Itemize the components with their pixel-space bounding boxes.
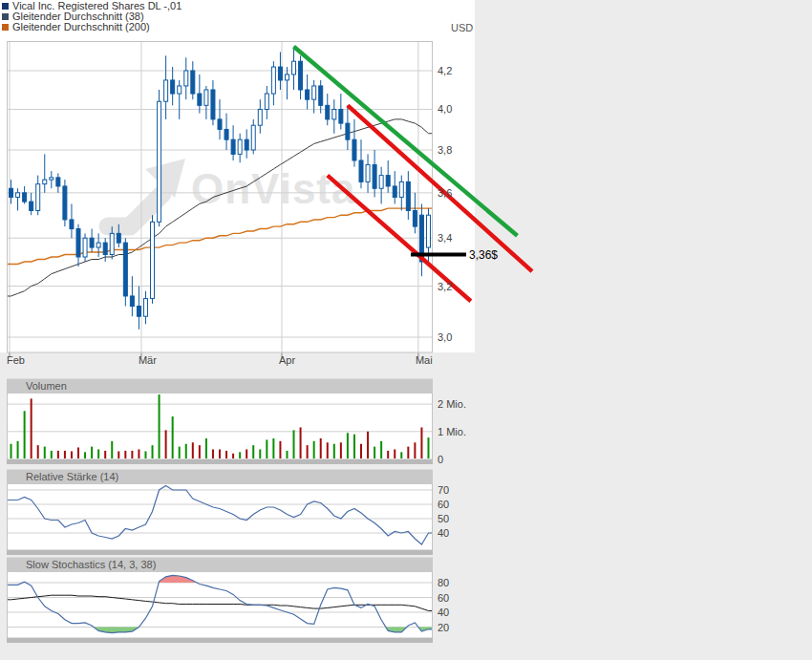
candlestick <box>23 193 27 202</box>
candlestick <box>271 67 275 94</box>
candlestick <box>123 243 127 296</box>
price-tick-label: 3,4 <box>438 232 452 244</box>
candlestick <box>171 80 175 94</box>
candlestick <box>90 238 94 247</box>
last-price-label: 3,36$ <box>469 248 498 262</box>
candlestick <box>30 202 33 210</box>
rsi-tick-label: 70 <box>438 484 449 496</box>
stoch-tick-label: 20 <box>438 622 449 633</box>
candlestick <box>16 193 20 198</box>
rsi-plot-area <box>8 483 433 551</box>
candlestick <box>306 90 310 99</box>
candlestick <box>191 71 195 94</box>
price-tick-label: 4,2 <box>438 65 452 76</box>
candlestick <box>312 86 316 99</box>
price-tick-label: 3,2 <box>438 281 452 292</box>
candlestick <box>36 184 40 211</box>
candlestick <box>103 243 107 254</box>
volume-panel-strip <box>7 459 433 464</box>
candlestick <box>224 129 228 139</box>
rsi-tick-label: 40 <box>438 527 449 539</box>
candlestick <box>251 125 255 150</box>
candlestick <box>130 296 134 307</box>
month-label: Mär <box>139 354 157 366</box>
candlestick <box>292 61 296 75</box>
candlestick <box>379 176 383 189</box>
candlestick <box>218 119 222 130</box>
candlestick <box>96 243 100 247</box>
candlestick <box>56 178 60 186</box>
volume-panel-header: Volumen <box>7 378 433 394</box>
candlestick <box>151 222 155 298</box>
rsi-panel-strip <box>7 550 433 555</box>
candlestick <box>258 109 262 125</box>
candlestick <box>137 307 140 317</box>
candlestick <box>158 101 161 222</box>
price-tick-label: 3,6 <box>438 187 452 199</box>
candlestick <box>110 233 114 254</box>
candlestick <box>117 233 120 243</box>
candlestick <box>231 139 235 154</box>
rsi-panel-title: Relative Stärke (14) <box>7 470 433 484</box>
candlestick <box>413 210 417 226</box>
watermark-text: OnVista <box>191 165 355 212</box>
candlestick <box>426 215 430 247</box>
volume-tick-label: 0 <box>438 454 443 465</box>
candlestick <box>211 90 215 119</box>
price-tick-label: 3,8 <box>438 144 452 156</box>
candlestick <box>63 186 67 220</box>
candlestick <box>245 139 248 150</box>
rsi-tick-label: 60 <box>438 499 449 510</box>
onvista-chart-page: Vical Inc. Registered Shares DL -,01Glei… <box>0 0 812 660</box>
stoch-panel-strip <box>7 638 433 643</box>
stoch-tick-label: 40 <box>438 607 449 618</box>
stoch-tick-label: 80 <box>438 577 449 588</box>
volume-tick-label: 2 Mio. <box>438 398 466 410</box>
candlestick <box>339 109 343 123</box>
candlestick <box>399 181 403 197</box>
month-label: Mai <box>416 354 433 366</box>
candlestick <box>265 94 268 109</box>
candlestick <box>278 67 282 80</box>
candlestick <box>299 61 303 90</box>
candlestick <box>238 139 242 154</box>
stoch-panel-header: Slow Stochastics (14, 3, 38) <box>7 557 433 572</box>
candlestick <box>373 164 376 188</box>
candlestick <box>43 180 47 184</box>
candlestick <box>285 75 288 80</box>
price-tick-label: 4,0 <box>438 103 452 115</box>
stoch-panel-title: Slow Stochastics (14, 3, 38) <box>7 558 433 572</box>
rsi-tick-label: 50 <box>438 513 449 524</box>
candlestick <box>184 71 188 86</box>
candlestick <box>393 186 396 198</box>
price-tick-label: 3,0 <box>438 331 452 343</box>
candlestick <box>83 238 87 257</box>
candlestick <box>143 299 147 317</box>
month-label: Feb <box>7 354 25 366</box>
candlestick <box>326 105 330 119</box>
month-label: Apr <box>279 354 295 366</box>
candlestick <box>406 181 410 210</box>
candlestick <box>204 90 208 105</box>
candlestick <box>198 94 202 105</box>
candlestick <box>319 86 323 105</box>
volume-panel-title: Volumen <box>7 379 433 394</box>
candlestick <box>70 220 74 229</box>
candlestick <box>164 80 168 101</box>
candlestick <box>366 164 370 181</box>
candlestick <box>346 123 350 139</box>
candlestick <box>359 160 363 181</box>
volume-tick-label: 1 Mio. <box>438 426 466 437</box>
candlestick <box>332 109 336 118</box>
candlestick <box>76 229 80 257</box>
candlestick <box>353 139 356 160</box>
rsi-panel-header: Relative Stärke (14) <box>7 469 433 484</box>
candlestick <box>178 86 182 94</box>
candlestick <box>386 176 390 186</box>
candlestick <box>50 178 53 180</box>
candlestick <box>10 188 13 197</box>
stoch-tick-label: 60 <box>438 592 449 604</box>
